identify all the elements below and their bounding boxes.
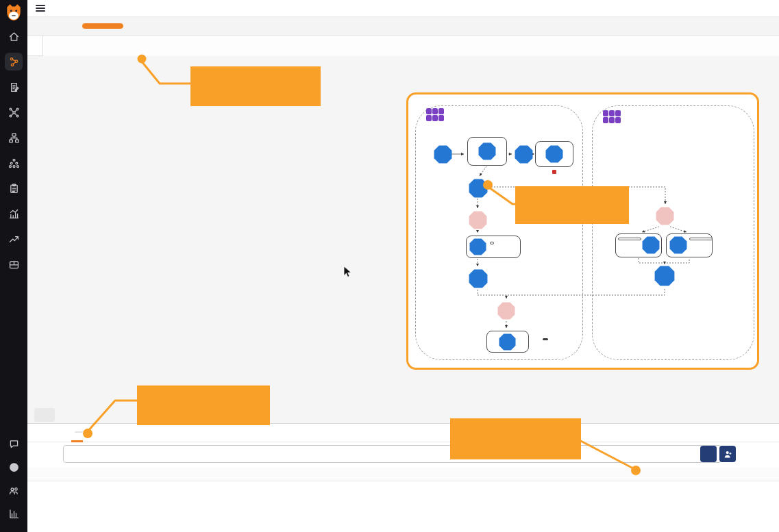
flows-count-badge [75, 431, 83, 433]
cluster-boundary-2 [592, 105, 754, 360]
svg-text:?: ? [12, 464, 15, 470]
panel-expand-button[interactable] [27, 36, 43, 56]
reviews-v1-app-label [490, 242, 494, 244]
callout-federated-service [515, 186, 629, 224]
chat-bubble-icon[interactable] [5, 435, 23, 453]
hamburger-menu-icon[interactable] [36, 3, 45, 14]
activity-chart-icon[interactable] [5, 205, 23, 223]
callout-graph-filter [190, 66, 321, 106]
architecture-diagram-overlay [406, 92, 759, 370]
user-filter-button[interactable] [719, 446, 736, 462]
clusters-icon[interactable] [5, 154, 23, 172]
breadcrumb-row [27, 36, 779, 56]
cluster-icon [603, 110, 621, 123]
usage-metrics-icon[interactable] [5, 505, 23, 522]
help-icon[interactable]: ? [5, 458, 23, 476]
home-icon[interactable] [5, 27, 23, 45]
breadcrumb [47, 41, 58, 49]
app-header [27, 0, 779, 17]
compliance-clipboard-icon[interactable] [5, 179, 23, 197]
callout-flows-filter [137, 385, 270, 425]
left-nav-sidebar: ? [0, 0, 27, 532]
reviews-v2-app-label [618, 238, 641, 240]
trend-arrow-icon[interactable] [5, 230, 23, 248]
cluster-icon [426, 108, 444, 121]
reviews-v3-app-label [689, 238, 713, 240]
mouse-cursor [343, 266, 352, 278]
network-nodes-icon[interactable] [5, 103, 23, 121]
person-plus-icon [724, 450, 732, 459]
flows-panel [27, 423, 779, 532]
nodejs-logo [543, 338, 548, 340]
clear-query-button[interactable] [700, 446, 717, 462]
canvas-controls-hint [34, 408, 55, 422]
panel-tabs [27, 424, 779, 442]
endpoints-sitemap-icon[interactable] [5, 129, 23, 147]
service-graph-icon[interactable] [5, 53, 23, 71]
callout-backend-service [450, 418, 581, 459]
policies-document-icon[interactable] [5, 78, 23, 96]
query-input[interactable] [63, 445, 721, 463]
flows-header [27, 468, 779, 481]
service-graph-app: ? [0, 0, 779, 532]
team-users-icon[interactable] [5, 481, 23, 499]
storage-box-icon[interactable] [5, 255, 23, 273]
getting-started-bar [27, 17, 779, 36]
tab-flows[interactable] [71, 424, 83, 442]
query-row [27, 442, 779, 468]
ruby-logo [552, 170, 558, 174]
calico-cat-logo[interactable] [4, 3, 23, 22]
progress-bar [82, 23, 123, 29]
